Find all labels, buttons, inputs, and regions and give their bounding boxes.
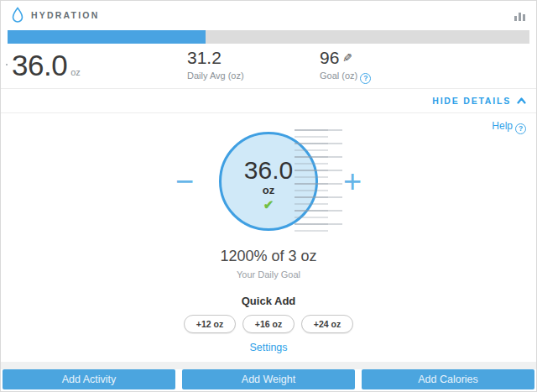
footer-buttons: Add Activity Add Weight Add Calories	[3, 369, 534, 389]
widget-header: HYDRATION	[1, 1, 536, 29]
quick-add-section: Quick Add +12 oz +16 oz +24 oz Settings	[1, 295, 536, 354]
quick-add-title: Quick Add	[1, 295, 536, 307]
tracker-unit: oz	[263, 184, 274, 196]
add-activity-button[interactable]: Add Activity	[3, 369, 175, 389]
quick-add-buttons: +12 oz +16 oz +24 oz	[1, 315, 536, 333]
daily-avg-label: Daily Avg (oz)	[187, 71, 244, 81]
add-calories-button[interactable]: Add Calories	[362, 369, 534, 389]
tracker-value: 36.0	[244, 157, 293, 184]
quick-add-24oz-button[interactable]: +24 oz	[301, 315, 353, 333]
pencil-icon[interactable]: ✎	[342, 51, 352, 65]
stats-row: 36.0oz 31.2 Daily Avg (oz) 96✎ Goal (oz)…	[1, 45, 536, 88]
goal-summary-sub: Your Daily Goal	[1, 269, 536, 280]
current-total: 36.0oz	[12, 49, 81, 82]
goal-summary-main: 1200% of 3 oz	[1, 248, 536, 265]
goal-summary: 1200% of 3 oz Your Daily Goal	[1, 248, 536, 280]
goal-value: 96	[320, 48, 339, 67]
quick-add-12oz-button[interactable]: +12 oz	[184, 315, 236, 333]
current-total-unit: oz	[70, 67, 81, 77]
chevron-up-icon	[517, 97, 526, 104]
daily-avg-value: 31.2	[187, 48, 244, 68]
bar-chart-icon[interactable]	[514, 9, 526, 24]
question-circle-icon[interactable]: ?	[360, 73, 371, 84]
goal-label: Goal (oz)?	[320, 71, 371, 84]
hydration-widget: HYDRATION 36.0oz 31.2 Daily Avg (oz) 96✎	[0, 0, 537, 392]
details-panel: Help? − 36.0 oz ✔ + 1200% of 3 oz Your D…	[1, 113, 536, 362]
details-toggle-row: HIDE DETAILS	[1, 89, 536, 112]
water-tracker: − 36.0 oz ✔ +	[1, 132, 536, 231]
daily-avg-stat: 31.2 Daily Avg (oz)	[187, 48, 244, 81]
footer-band	[1, 362, 536, 369]
quick-add-16oz-button[interactable]: +16 oz	[242, 315, 295, 333]
decrease-button[interactable]: −	[172, 165, 197, 197]
hydration-progress-track	[8, 30, 529, 44]
increase-button[interactable]: +	[340, 165, 365, 197]
checkmark-icon: ✔	[263, 198, 274, 211]
current-total-value: 36.0	[12, 49, 67, 81]
goal-stat: 96✎ Goal (oz)?	[320, 48, 371, 84]
hide-details-toggle[interactable]: HIDE DETAILS	[432, 96, 526, 106]
add-weight-button[interactable]: Add Weight	[182, 369, 355, 389]
hydration-progress-fill	[8, 30, 206, 44]
settings-link[interactable]: Settings	[249, 342, 287, 353]
water-drop-icon	[11, 7, 24, 27]
tooltip-dot	[6, 64, 8, 65]
widget-title: HYDRATION	[31, 10, 99, 20]
tracker-circle: 36.0 oz ✔	[219, 132, 318, 231]
